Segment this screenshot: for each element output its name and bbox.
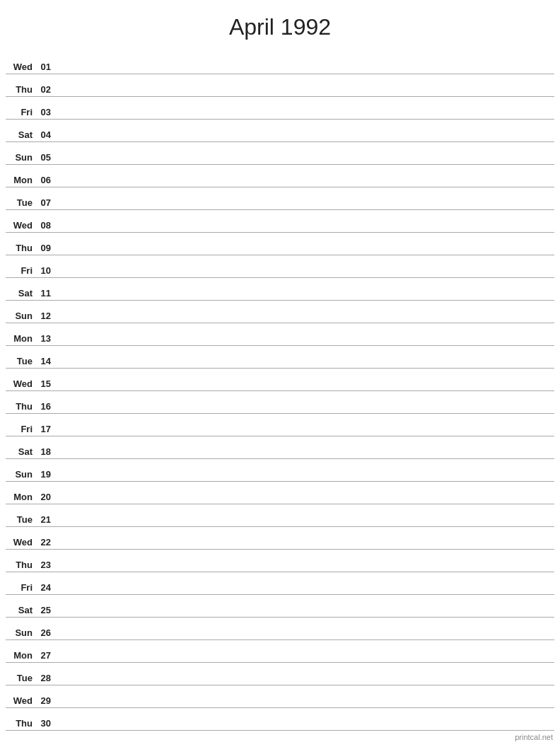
day-name: Thu — [6, 84, 35, 95]
day-name: Sat — [6, 288, 35, 299]
day-write-line — [55, 502, 554, 502]
day-name: Fri — [6, 582, 35, 593]
day-name: Tue — [6, 673, 35, 683]
day-number: 16 — [35, 401, 55, 412]
day-write-line — [55, 434, 554, 434]
day-row: Tue07 — [6, 187, 554, 210]
day-write-line — [55, 139, 554, 140]
day-name: Tue — [6, 514, 35, 525]
day-row: Wed29 — [6, 685, 554, 708]
day-write-line — [55, 569, 554, 570]
day-name: Thu — [6, 401, 35, 412]
day-write-line — [55, 94, 554, 95]
day-row: Thu02 — [6, 74, 554, 97]
day-write-line — [55, 524, 554, 525]
day-write-line — [55, 343, 554, 344]
day-name: Thu — [6, 718, 35, 729]
day-number: 11 — [35, 288, 55, 299]
day-row: Mon27 — [6, 640, 554, 663]
day-row: Tue21 — [6, 504, 554, 527]
day-number: 18 — [35, 446, 55, 457]
day-number: 24 — [35, 582, 55, 593]
day-name: Mon — [6, 175, 35, 185]
day-row: Fri10 — [6, 255, 554, 278]
page-title: April 1992 — [0, 0, 560, 52]
day-name: Sat — [6, 446, 35, 457]
day-write-line — [55, 411, 554, 412]
day-row: Sat18 — [6, 436, 554, 459]
day-name: Tue — [6, 356, 35, 366]
day-row: Mon06 — [6, 165, 554, 187]
day-number: 17 — [35, 424, 55, 434]
day-number: 27 — [35, 650, 55, 661]
day-row: Wed22 — [6, 527, 554, 550]
day-write-line — [55, 207, 554, 208]
day-row: Wed01 — [6, 52, 554, 74]
day-name: Wed — [6, 378, 35, 389]
day-number: 29 — [35, 695, 55, 706]
day-row: Sun26 — [6, 618, 554, 640]
day-write-line — [55, 660, 554, 661]
day-number: 10 — [35, 265, 55, 276]
day-number: 21 — [35, 514, 55, 525]
day-row: Sat04 — [6, 120, 554, 142]
day-write-line — [55, 705, 554, 706]
day-name: Sun — [6, 311, 35, 321]
day-name: Sun — [6, 152, 35, 163]
day-write-line — [55, 117, 554, 117]
day-write-line — [55, 298, 554, 299]
day-number: 23 — [35, 560, 55, 570]
day-write-line — [55, 366, 554, 366]
day-number: 04 — [35, 129, 55, 140]
day-write-line — [55, 71, 554, 72]
day-number: 22 — [35, 537, 55, 548]
day-name: Thu — [6, 560, 35, 570]
calendar-container: Wed01Thu02Fri03Sat04Sun05Mon06Tue07Wed08… — [0, 52, 560, 731]
day-write-line — [55, 230, 554, 231]
day-row: Thu16 — [6, 391, 554, 414]
day-row: Fri17 — [6, 414, 554, 436]
day-number: 05 — [35, 152, 55, 163]
day-write-line — [55, 253, 554, 253]
day-number: 01 — [35, 62, 55, 72]
day-number: 19 — [35, 469, 55, 480]
day-name: Wed — [6, 695, 35, 706]
day-number: 14 — [35, 356, 55, 366]
day-row: Sun19 — [6, 459, 554, 482]
day-number: 25 — [35, 605, 55, 615]
day-name: Wed — [6, 537, 35, 548]
day-write-line — [55, 275, 554, 276]
day-name: Sat — [6, 605, 35, 615]
day-number: 15 — [35, 378, 55, 389]
day-name: Sun — [6, 469, 35, 480]
day-row: Sat11 — [6, 278, 554, 301]
day-row: Sat25 — [6, 595, 554, 618]
day-write-line — [55, 162, 554, 163]
day-number: 03 — [35, 107, 55, 117]
day-write-line — [55, 637, 554, 638]
day-row: Mon20 — [6, 482, 554, 504]
day-row: Thu30 — [6, 708, 554, 731]
day-write-line — [55, 320, 554, 321]
day-name: Tue — [6, 197, 35, 208]
day-name: Wed — [6, 62, 35, 72]
day-number: 26 — [35, 627, 55, 638]
day-name: Mon — [6, 492, 35, 502]
day-write-line — [55, 547, 554, 548]
day-number: 08 — [35, 220, 55, 231]
day-name: Sun — [6, 627, 35, 638]
day-name: Fri — [6, 265, 35, 276]
day-name: Thu — [6, 243, 35, 253]
day-name: Fri — [6, 424, 35, 434]
day-number: 06 — [35, 175, 55, 185]
day-number: 30 — [35, 718, 55, 729]
day-write-line — [55, 728, 554, 729]
day-row: Fri24 — [6, 572, 554, 595]
day-write-line — [55, 388, 554, 389]
day-row: Sun12 — [6, 301, 554, 323]
day-write-line — [55, 479, 554, 480]
watermark: printcal.net — [515, 733, 553, 741]
day-number: 13 — [35, 333, 55, 344]
day-row: Tue28 — [6, 663, 554, 685]
day-write-line — [55, 456, 554, 457]
